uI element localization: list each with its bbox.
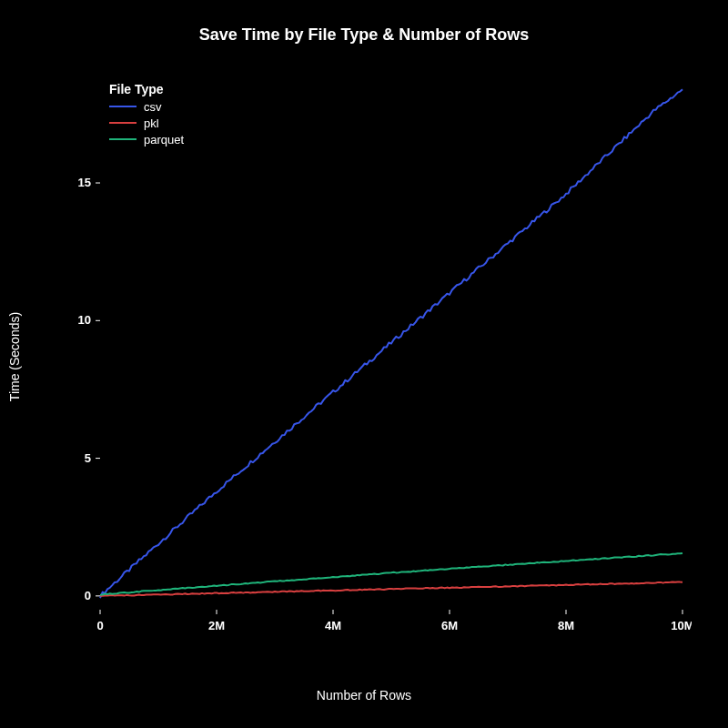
chart-container: Save Time by File Type & Number of Rows … — [0, 0, 728, 728]
svg-text:0: 0 — [96, 619, 103, 632]
svg-text:2M: 2M — [208, 619, 225, 632]
legend-item-parquet: parquet — [109, 131, 184, 147]
svg-text:0: 0 — [85, 589, 91, 602]
chart-title: Save Time by File Type & Number of Rows — [0, 25, 728, 45]
svg-text:8M: 8M — [558, 619, 574, 632]
svg-text:10M: 10M — [671, 619, 692, 632]
legend-label: parquet — [144, 133, 184, 147]
legend-title: File Type — [109, 82, 184, 96]
legend-item-csv: csv — [109, 98, 184, 115]
plot-area: 02M4M6M8M10M051015 — [73, 64, 692, 646]
legend: File Type csvpklparquet — [109, 82, 184, 147]
svg-text:4M: 4M — [325, 619, 341, 632]
legend-swatch — [109, 138, 136, 140]
series-pkl — [100, 581, 682, 595]
y-axis-label: Time (Seconds) — [7, 268, 22, 357]
x-axis-label: Number of Rows — [0, 688, 728, 703]
svg-text:10: 10 — [78, 313, 91, 327]
legend-item-pkl: pkl — [109, 115, 184, 131]
svg-text:6M: 6M — [441, 619, 458, 632]
series-csv — [100, 89, 682, 598]
legend-swatch — [109, 106, 136, 107]
legend-label: pkl — [144, 116, 159, 130]
legend-swatch — [109, 122, 136, 124]
svg-text:5: 5 — [85, 451, 91, 465]
legend-label: csv — [144, 100, 162, 114]
svg-text:15: 15 — [78, 176, 91, 189]
plot-svg: 02M4M6M8M10M051015 — [73, 64, 692, 646]
